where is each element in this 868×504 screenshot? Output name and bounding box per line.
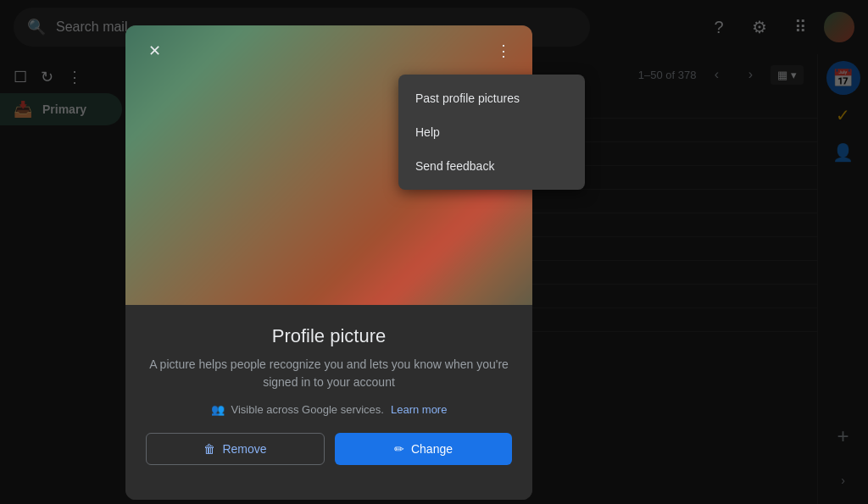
remove-button[interactable]: 🗑 Remove (146, 433, 325, 465)
people-icon: 👥 (211, 403, 225, 416)
modal-more-button[interactable]: ⋮ (488, 36, 519, 66)
learn-more-link[interactable]: Learn more (391, 403, 447, 416)
modal-content-area: Profile picture A picture helps people r… (125, 305, 532, 500)
dropdown-menu: Past profile pictures Help Send feedback (398, 75, 585, 190)
change-icon: ✏ (394, 442, 404, 456)
dropdown-item-past-pictures[interactable]: Past profile pictures (398, 81, 585, 115)
change-label: Change (411, 442, 453, 456)
remove-label: Remove (222, 442, 266, 456)
visibility-text: Visible across Google services. (231, 403, 384, 416)
modal-header: ✕ ⋮ (125, 25, 532, 76)
modal-title: Profile picture (272, 325, 387, 347)
remove-icon: 🗑 (203, 442, 215, 456)
dropdown-item-feedback[interactable]: Send feedback (398, 149, 585, 183)
modal-close-button[interactable]: ✕ (139, 36, 170, 66)
modal-visibility-row: 👥 Visible across Google services. Learn … (211, 403, 448, 416)
modal-actions: 🗑 Remove ✏ Change (146, 433, 512, 465)
change-button[interactable]: ✏ Change (335, 433, 512, 465)
dropdown-item-help[interactable]: Help (398, 115, 585, 149)
modal-description: A picture helps people recognize you and… (146, 356, 512, 391)
